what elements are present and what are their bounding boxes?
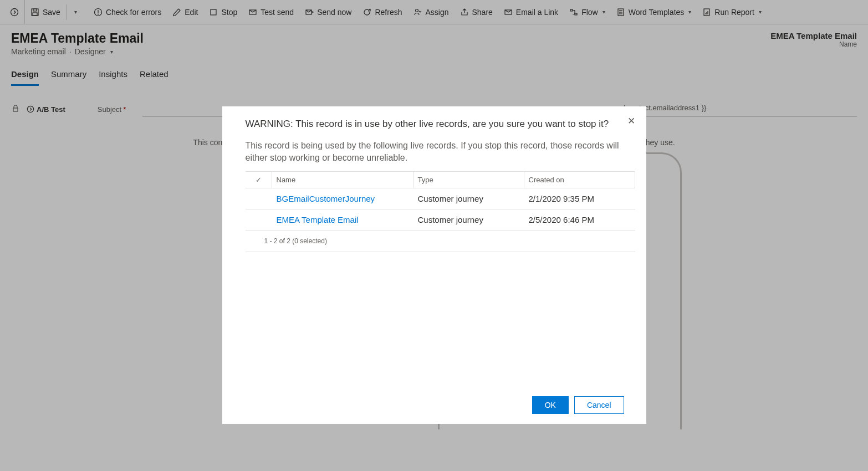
cancel-button[interactable]: Cancel [574,396,624,414]
record-created: 2/1/2020 9:35 PM [524,188,635,209]
record-type: Customer journey [413,188,524,209]
ok-button[interactable]: OK [532,396,569,414]
column-created[interactable]: Created on [524,172,635,188]
warning-dialog: ✕ WARNING: This record is in use by othe… [222,106,646,424]
column-type[interactable]: Type [413,172,524,188]
record-link[interactable]: BGEmailCustomerJourney [272,188,413,209]
record-type: Customer journey [413,209,524,230]
record-link[interactable]: EMEA Template Email [272,209,413,230]
record-created: 2/5/2020 6:46 PM [524,209,635,230]
grid-footer: 1 - 2 of 2 (0 selected) [246,231,635,252]
dialog-description: This record is being used by the followi… [246,140,635,165]
dialog-actions: OK Cancel [246,385,635,414]
dialog-title: WARNING: This record is in use by other … [246,119,635,130]
select-all-column[interactable]: ✓ [246,172,272,188]
grid-header: ✓ Name Type Created on [246,172,635,188]
modal-overlay: ✕ WARNING: This record is in use by othe… [0,0,868,471]
column-name[interactable]: Name [272,172,413,188]
grid-row[interactable]: EMEA Template Email Customer journey 2/5… [246,209,635,231]
close-icon: ✕ [627,116,635,126]
grid-row[interactable]: BGEmailCustomerJourney Customer journey … [246,188,635,209]
close-button[interactable]: ✕ [627,115,635,127]
records-grid: ✓ Name Type Created on BGEmailCustomerJo… [246,171,635,231]
